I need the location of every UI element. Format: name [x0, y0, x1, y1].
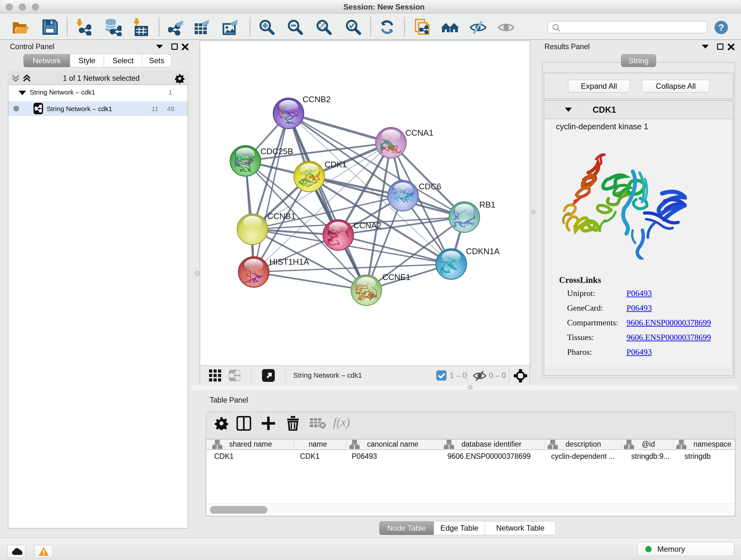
svg-text:CCNE1: CCNE1 [382, 272, 410, 282]
svg-text:CDK1: CDK1 [325, 160, 347, 169]
svg-text:CDC25B: CDC25B [260, 146, 293, 156]
svg-text:CCNA1: CCNA1 [405, 128, 433, 138]
svg-text:CCNA2: CCNA2 [353, 221, 381, 230]
svg-text:CCNB2: CCNB2 [302, 95, 331, 104]
svg-text:CDC6: CDC6 [419, 182, 441, 191]
svg-text:CCNB1: CCNB1 [267, 211, 295, 221]
svg-text:HIST1H1A: HIST1H1A [269, 257, 309, 266]
svg-text:CDKN1A: CDKN1A [466, 246, 500, 256]
svg-text:RB1: RB1 [479, 200, 495, 209]
svg-text:?: ? [718, 22, 724, 33]
